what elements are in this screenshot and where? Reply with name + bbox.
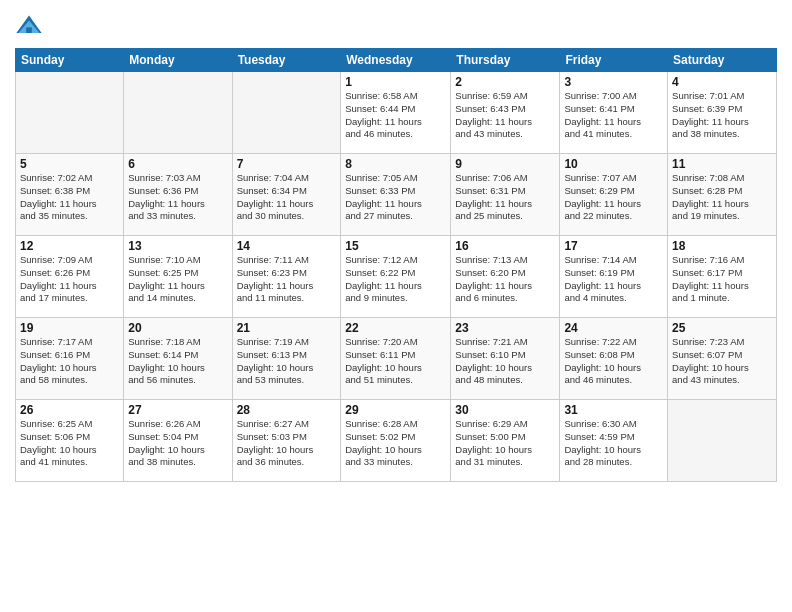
day-info: Sunrise: 7:05 AM Sunset: 6:33 PM Dayligh… bbox=[345, 172, 446, 223]
calendar-cell: 9Sunrise: 7:06 AM Sunset: 6:31 PM Daylig… bbox=[451, 154, 560, 236]
calendar-cell: 31Sunrise: 6:30 AM Sunset: 4:59 PM Dayli… bbox=[560, 400, 668, 482]
logo bbox=[15, 10, 45, 40]
header bbox=[15, 10, 777, 40]
calendar-cell: 30Sunrise: 6:29 AM Sunset: 5:00 PM Dayli… bbox=[451, 400, 560, 482]
calendar-cell: 15Sunrise: 7:12 AM Sunset: 6:22 PM Dayli… bbox=[341, 236, 451, 318]
day-info: Sunrise: 7:16 AM Sunset: 6:17 PM Dayligh… bbox=[672, 254, 772, 305]
day-number: 13 bbox=[128, 239, 227, 253]
calendar-cell: 8Sunrise: 7:05 AM Sunset: 6:33 PM Daylig… bbox=[341, 154, 451, 236]
calendar-cell bbox=[124, 72, 232, 154]
calendar-cell: 14Sunrise: 7:11 AM Sunset: 6:23 PM Dayli… bbox=[232, 236, 341, 318]
day-number: 15 bbox=[345, 239, 446, 253]
day-info: Sunrise: 7:02 AM Sunset: 6:38 PM Dayligh… bbox=[20, 172, 119, 223]
calendar-cell: 11Sunrise: 7:08 AM Sunset: 6:28 PM Dayli… bbox=[668, 154, 777, 236]
day-info: Sunrise: 7:22 AM Sunset: 6:08 PM Dayligh… bbox=[564, 336, 663, 387]
day-number: 25 bbox=[672, 321, 772, 335]
calendar-cell bbox=[16, 72, 124, 154]
day-info: Sunrise: 7:06 AM Sunset: 6:31 PM Dayligh… bbox=[455, 172, 555, 223]
calendar-cell: 3Sunrise: 7:00 AM Sunset: 6:41 PM Daylig… bbox=[560, 72, 668, 154]
page: SundayMondayTuesdayWednesdayThursdayFrid… bbox=[0, 0, 792, 612]
day-info: Sunrise: 6:25 AM Sunset: 5:06 PM Dayligh… bbox=[20, 418, 119, 469]
day-info: Sunrise: 7:10 AM Sunset: 6:25 PM Dayligh… bbox=[128, 254, 227, 305]
day-info: Sunrise: 7:23 AM Sunset: 6:07 PM Dayligh… bbox=[672, 336, 772, 387]
calendar-cell: 18Sunrise: 7:16 AM Sunset: 6:17 PM Dayli… bbox=[668, 236, 777, 318]
day-number: 31 bbox=[564, 403, 663, 417]
calendar-cell bbox=[232, 72, 341, 154]
svg-rect-2 bbox=[26, 27, 32, 33]
calendar-week-row: 12Sunrise: 7:09 AM Sunset: 6:26 PM Dayli… bbox=[16, 236, 777, 318]
calendar-week-row: 1Sunrise: 6:58 AM Sunset: 6:44 PM Daylig… bbox=[16, 72, 777, 154]
calendar-cell: 12Sunrise: 7:09 AM Sunset: 6:26 PM Dayli… bbox=[16, 236, 124, 318]
day-number: 7 bbox=[237, 157, 337, 171]
day-info: Sunrise: 6:26 AM Sunset: 5:04 PM Dayligh… bbox=[128, 418, 227, 469]
day-number: 21 bbox=[237, 321, 337, 335]
calendar-cell: 6Sunrise: 7:03 AM Sunset: 6:36 PM Daylig… bbox=[124, 154, 232, 236]
day-number: 16 bbox=[455, 239, 555, 253]
logo-icon bbox=[15, 12, 43, 40]
day-info: Sunrise: 7:11 AM Sunset: 6:23 PM Dayligh… bbox=[237, 254, 337, 305]
day-number: 20 bbox=[128, 321, 227, 335]
day-number: 8 bbox=[345, 157, 446, 171]
calendar-cell: 5Sunrise: 7:02 AM Sunset: 6:38 PM Daylig… bbox=[16, 154, 124, 236]
calendar-cell: 2Sunrise: 6:59 AM Sunset: 6:43 PM Daylig… bbox=[451, 72, 560, 154]
calendar-cell: 19Sunrise: 7:17 AM Sunset: 6:16 PM Dayli… bbox=[16, 318, 124, 400]
weekday-header-tuesday: Tuesday bbox=[232, 49, 341, 72]
day-info: Sunrise: 7:08 AM Sunset: 6:28 PM Dayligh… bbox=[672, 172, 772, 223]
weekday-header-monday: Monday bbox=[124, 49, 232, 72]
day-info: Sunrise: 6:29 AM Sunset: 5:00 PM Dayligh… bbox=[455, 418, 555, 469]
weekday-header-thursday: Thursday bbox=[451, 49, 560, 72]
calendar-cell: 4Sunrise: 7:01 AM Sunset: 6:39 PM Daylig… bbox=[668, 72, 777, 154]
day-info: Sunrise: 7:18 AM Sunset: 6:14 PM Dayligh… bbox=[128, 336, 227, 387]
calendar-cell: 29Sunrise: 6:28 AM Sunset: 5:02 PM Dayli… bbox=[341, 400, 451, 482]
calendar-cell: 20Sunrise: 7:18 AM Sunset: 6:14 PM Dayli… bbox=[124, 318, 232, 400]
calendar-week-row: 19Sunrise: 7:17 AM Sunset: 6:16 PM Dayli… bbox=[16, 318, 777, 400]
day-number: 17 bbox=[564, 239, 663, 253]
calendar-cell: 22Sunrise: 7:20 AM Sunset: 6:11 PM Dayli… bbox=[341, 318, 451, 400]
day-number: 5 bbox=[20, 157, 119, 171]
calendar-cell: 1Sunrise: 6:58 AM Sunset: 6:44 PM Daylig… bbox=[341, 72, 451, 154]
day-number: 19 bbox=[20, 321, 119, 335]
day-number: 18 bbox=[672, 239, 772, 253]
day-number: 22 bbox=[345, 321, 446, 335]
day-info: Sunrise: 7:12 AM Sunset: 6:22 PM Dayligh… bbox=[345, 254, 446, 305]
day-number: 11 bbox=[672, 157, 772, 171]
weekday-header-row: SundayMondayTuesdayWednesdayThursdayFrid… bbox=[16, 49, 777, 72]
day-info: Sunrise: 6:58 AM Sunset: 6:44 PM Dayligh… bbox=[345, 90, 446, 141]
calendar-cell bbox=[668, 400, 777, 482]
weekday-header-sunday: Sunday bbox=[16, 49, 124, 72]
day-number: 23 bbox=[455, 321, 555, 335]
day-number: 3 bbox=[564, 75, 663, 89]
day-number: 2 bbox=[455, 75, 555, 89]
calendar-cell: 13Sunrise: 7:10 AM Sunset: 6:25 PM Dayli… bbox=[124, 236, 232, 318]
day-number: 24 bbox=[564, 321, 663, 335]
day-number: 30 bbox=[455, 403, 555, 417]
calendar-cell: 10Sunrise: 7:07 AM Sunset: 6:29 PM Dayli… bbox=[560, 154, 668, 236]
day-info: Sunrise: 6:59 AM Sunset: 6:43 PM Dayligh… bbox=[455, 90, 555, 141]
calendar-cell: 17Sunrise: 7:14 AM Sunset: 6:19 PM Dayli… bbox=[560, 236, 668, 318]
day-number: 28 bbox=[237, 403, 337, 417]
day-info: Sunrise: 7:00 AM Sunset: 6:41 PM Dayligh… bbox=[564, 90, 663, 141]
day-info: Sunrise: 6:27 AM Sunset: 5:03 PM Dayligh… bbox=[237, 418, 337, 469]
calendar-cell: 27Sunrise: 6:26 AM Sunset: 5:04 PM Dayli… bbox=[124, 400, 232, 482]
calendar-week-row: 26Sunrise: 6:25 AM Sunset: 5:06 PM Dayli… bbox=[16, 400, 777, 482]
day-info: Sunrise: 7:20 AM Sunset: 6:11 PM Dayligh… bbox=[345, 336, 446, 387]
calendar: SundayMondayTuesdayWednesdayThursdayFrid… bbox=[15, 48, 777, 482]
day-info: Sunrise: 7:01 AM Sunset: 6:39 PM Dayligh… bbox=[672, 90, 772, 141]
calendar-cell: 7Sunrise: 7:04 AM Sunset: 6:34 PM Daylig… bbox=[232, 154, 341, 236]
weekday-header-saturday: Saturday bbox=[668, 49, 777, 72]
day-info: Sunrise: 7:17 AM Sunset: 6:16 PM Dayligh… bbox=[20, 336, 119, 387]
day-number: 26 bbox=[20, 403, 119, 417]
day-info: Sunrise: 7:09 AM Sunset: 6:26 PM Dayligh… bbox=[20, 254, 119, 305]
day-info: Sunrise: 7:04 AM Sunset: 6:34 PM Dayligh… bbox=[237, 172, 337, 223]
day-number: 12 bbox=[20, 239, 119, 253]
day-number: 9 bbox=[455, 157, 555, 171]
day-number: 4 bbox=[672, 75, 772, 89]
calendar-cell: 23Sunrise: 7:21 AM Sunset: 6:10 PM Dayli… bbox=[451, 318, 560, 400]
calendar-cell: 21Sunrise: 7:19 AM Sunset: 6:13 PM Dayli… bbox=[232, 318, 341, 400]
weekday-header-friday: Friday bbox=[560, 49, 668, 72]
calendar-cell: 24Sunrise: 7:22 AM Sunset: 6:08 PM Dayli… bbox=[560, 318, 668, 400]
day-info: Sunrise: 7:21 AM Sunset: 6:10 PM Dayligh… bbox=[455, 336, 555, 387]
day-info: Sunrise: 7:03 AM Sunset: 6:36 PM Dayligh… bbox=[128, 172, 227, 223]
day-number: 29 bbox=[345, 403, 446, 417]
calendar-cell: 16Sunrise: 7:13 AM Sunset: 6:20 PM Dayli… bbox=[451, 236, 560, 318]
